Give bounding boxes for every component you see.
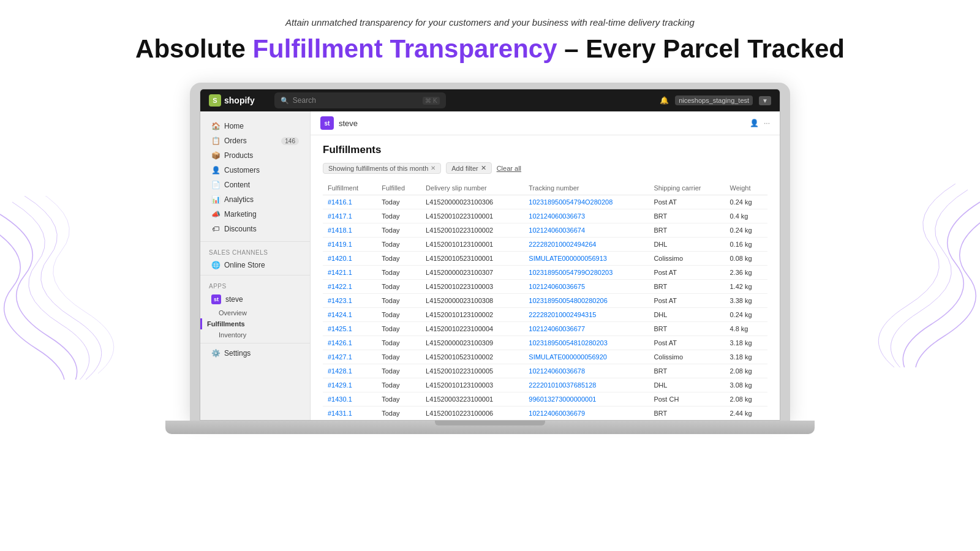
fulfillment-link[interactable]: #1422.1: [328, 283, 352, 290]
tracking-link[interactable]: 102124060036677: [529, 325, 585, 332]
col-fulfillment: Fulfillment: [323, 181, 377, 195]
table-row: #1428.1 Today L41520010223100005 1021240…: [323, 364, 767, 378]
fulfillment-link[interactable]: #1424.1: [328, 311, 352, 318]
delivery-slip: L41520010223100006: [421, 407, 524, 421]
sidebar-item-customers[interactable]: 👤 Customers: [203, 163, 307, 178]
fulfillment-link[interactable]: #1417.1: [328, 212, 352, 220]
weight: 0.24 kg: [725, 223, 767, 238]
filter-close-icon[interactable]: ✕: [431, 165, 435, 171]
table-row: #1431.1 Today L41520010223100006 1021240…: [323, 407, 767, 421]
table-row: #1423.1 Today L41520000023100308 1023189…: [323, 294, 767, 308]
tracking-link[interactable]: 222282010002494264: [529, 241, 596, 248]
table-row: #1416.1 Today L41520000023100306 1023189…: [323, 195, 767, 209]
search-icon: 🔍: [281, 97, 289, 105]
fulfillment-link[interactable]: #1425.1: [328, 325, 352, 332]
filter-tag-month[interactable]: Showing fulfillments of this month ✕: [323, 163, 441, 174]
shopify-logo-text: shopify: [224, 96, 255, 105]
delivery-slip: L41520010123100001: [421, 238, 524, 252]
fulfilled-date: Today: [377, 209, 421, 223]
sidebar-marketing-label: Marketing: [224, 210, 257, 219]
user-avatar: st: [320, 116, 334, 130]
tracking-link[interactable]: 222201010037685128: [529, 381, 596, 389]
sidebar-customers-label: Customers: [224, 166, 260, 174]
notification-icon[interactable]: 🔔: [660, 96, 669, 105]
fulfillment-link[interactable]: #1423.1: [328, 297, 352, 304]
shopify-app: S shopify 🔍 Search ⌘ K 🔔 niceshops_stagi…: [200, 89, 780, 420]
carrier: DHL: [649, 238, 725, 252]
fulfillment-link[interactable]: #1418.1: [328, 227, 352, 234]
tracking-link[interactable]: 102124060036673: [529, 212, 585, 220]
fulfillment-link[interactable]: #1416.1: [328, 198, 352, 206]
tracking-link[interactable]: SIMULATE000000056913: [529, 255, 607, 262]
fulfilled-date: Today: [377, 308, 421, 322]
fulfillment-link[interactable]: #1420.1: [328, 255, 352, 262]
clear-all-button[interactable]: Clear all: [497, 165, 521, 172]
tracking-link[interactable]: 222282010002494315: [529, 311, 596, 318]
search-bar[interactable]: 🔍 Search ⌘ K: [274, 92, 446, 108]
tracking-link[interactable]: 996013273000000001: [529, 395, 596, 403]
delivery-slip: L41520010223100003: [421, 280, 524, 294]
store-badge-icon: ▼: [759, 96, 771, 105]
tracking-link[interactable]: 102124060036674: [529, 227, 585, 234]
sidebar-item-discounts[interactable]: 🏷 Discounts: [203, 222, 307, 236]
table-row: #1426.1 Today L41520000023100309 1023189…: [323, 336, 767, 350]
delivery-slip: L41520000023100309: [421, 336, 524, 350]
sidebar-item-products[interactable]: 📦 Products: [203, 148, 307, 163]
carrier: BRT: [649, 209, 725, 223]
sidebar-sub-inventory[interactable]: Inventory: [200, 329, 310, 340]
fulfillment-link[interactable]: #1428.1: [328, 367, 352, 375]
sidebar-app-steve-label: steve: [225, 295, 243, 304]
carrier: BRT: [649, 364, 725, 378]
app-steve-icon: st: [211, 294, 221, 304]
fulfillment-link[interactable]: #1426.1: [328, 339, 352, 347]
fulfillment-link[interactable]: #1419.1: [328, 241, 352, 248]
fulfillment-link[interactable]: #1421.1: [328, 269, 352, 276]
table-row: #1417.1 Today L41520010223100001 1021240…: [323, 209, 767, 223]
table-row: #1429.1 Today L41520010123100003 2222010…: [323, 378, 767, 392]
fulfillment-link[interactable]: #1431.1: [328, 410, 352, 417]
tracking-link[interactable]: 102124060036675: [529, 283, 585, 290]
weight: 0.24 kg: [725, 308, 767, 322]
tracking-link[interactable]: 102124060036678: [529, 367, 585, 375]
sidebar-sub-overview[interactable]: Overview: [200, 307, 310, 318]
fulfillments-title: Fulfillments: [323, 144, 767, 156]
user-name: steve: [339, 119, 358, 128]
online-store-icon: 🌐: [211, 261, 220, 269]
headline-purple: Fulfillment Transparency: [252, 34, 557, 63]
add-filter-button[interactable]: Add filter ✕: [446, 162, 491, 174]
sidebar-item-settings[interactable]: ⚙️ Settings: [203, 346, 307, 361]
sidebar-item-online-store[interactable]: 🌐 Online Store: [203, 258, 307, 272]
tracking-link[interactable]: 102318950054810280203: [529, 339, 607, 347]
sidebar-item-content[interactable]: 📄 Content: [203, 178, 307, 192]
tracking-link[interactable]: 102318950054800280206: [529, 297, 607, 304]
fulfilled-date: Today: [377, 195, 421, 209]
carrier: Colissimo: [649, 252, 725, 266]
sidebar-item-orders[interactable]: 📋 Orders 146: [203, 133, 307, 148]
sidebar-item-home[interactable]: 🏠 Home: [203, 119, 307, 133]
tracking-link[interactable]: 102124060036679: [529, 410, 585, 417]
sidebar-item-marketing[interactable]: 📣 Marketing: [203, 207, 307, 222]
tracking-link[interactable]: 102318950054794O280208: [529, 198, 612, 206]
carrier: Post CH: [649, 392, 725, 407]
carrier: DHL: [649, 378, 725, 392]
fulfilled-date: Today: [377, 364, 421, 378]
user-avatar-icon: 👤: [750, 119, 759, 127]
headline-end: – Every Parcel Tracked: [557, 34, 845, 63]
sidebar-item-app-steve[interactable]: st steve: [203, 291, 307, 307]
delivery-slip: L41520010223100002: [421, 223, 524, 238]
tracking-link[interactable]: SIMULATE000000056920: [529, 353, 607, 361]
search-shortcut: ⌘ K: [423, 97, 439, 105]
fulfilled-date: Today: [377, 378, 421, 392]
discounts-icon: 🏷: [211, 225, 220, 233]
weight: 0.08 kg: [725, 252, 767, 266]
fulfillment-link[interactable]: #1430.1: [328, 395, 352, 403]
user-more-icon[interactable]: ···: [764, 119, 770, 127]
tracking-link[interactable]: 102318950054799O280203: [529, 269, 612, 276]
fulfillment-link[interactable]: #1427.1: [328, 353, 352, 361]
sidebar-sub-fulfillments[interactable]: Fulfillments: [200, 318, 310, 329]
table-row: #1418.1 Today L41520010223100002 1021240…: [323, 223, 767, 238]
sidebar-item-analytics[interactable]: 📊 Analytics: [203, 192, 307, 207]
sidebar-content-label: Content: [224, 181, 250, 189]
fulfillment-link[interactable]: #1429.1: [328, 381, 352, 389]
delivery-slip: L41520010123100003: [421, 378, 524, 392]
